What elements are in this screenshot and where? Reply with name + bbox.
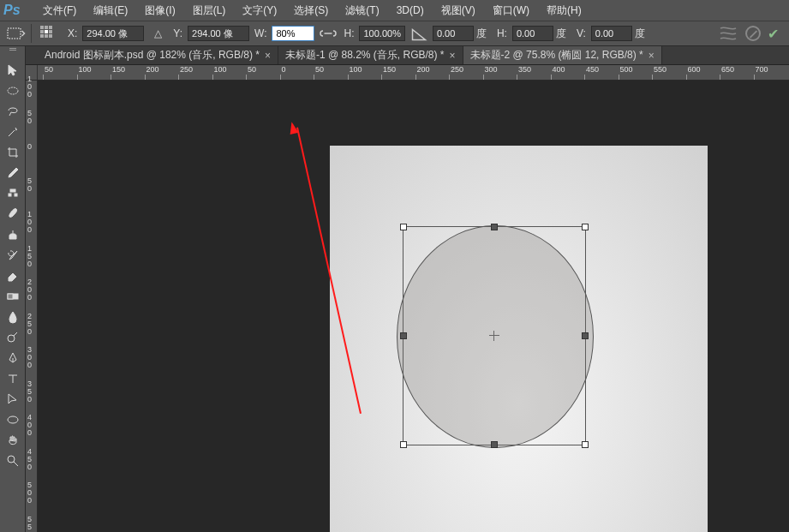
handle-bottom-middle[interactable] [491,441,498,448]
svg-point-1 [8,87,18,94]
angle-value-field[interactable]: 0.00 [433,26,474,41]
blur-tool[interactable] [2,307,24,327]
healing-brush-tool[interactable] [2,183,24,204]
svg-rect-3 [9,194,11,196]
close-icon[interactable]: × [265,50,271,62]
h-value-field[interactable]: 100.00% [359,26,404,41]
h2-unit: 度 [556,27,566,41]
svg-rect-4 [15,194,17,196]
link-icon[interactable] [318,25,338,42]
svg-point-9 [8,456,15,463]
marquee-tool[interactable] [2,81,24,101]
handle-bottom-left[interactable] [400,441,407,448]
h2-value-field[interactable]: 0.00 [512,26,553,41]
menu-edit[interactable]: 编辑(E) [85,1,136,21]
gradient-tool[interactable] [2,286,24,307]
commit-icon[interactable]: ✔ [768,26,779,42]
options-bar: X: 294.00 像 △ Y: 294.00 像 W: H: 100.00% … [0,21,789,46]
eyedropper-tool[interactable] [2,163,24,183]
handle-top-right[interactable] [582,224,589,230]
cancel-icon[interactable] [745,26,761,41]
menu-image[interactable]: 图像(I) [136,1,183,21]
svg-point-8 [8,416,18,423]
handle-middle-right[interactable] [582,332,589,339]
y-value-field[interactable]: 294.00 像 [188,26,249,41]
tab-label: 未标题-1 @ 88.2% (音乐, RGB/8) * [285,48,445,63]
menu-help[interactable]: 帮助(H) [538,1,590,21]
tab-label: Android 图标副本.psd @ 182% (音乐, RGB/8) * [45,48,260,63]
clone-stamp-tool[interactable] [2,224,24,245]
path-selection-tool[interactable] [2,389,24,409]
handle-top-middle[interactable] [491,224,498,230]
handle-middle-left[interactable] [400,332,407,339]
handle-top-left[interactable] [400,224,407,230]
transform-tool-icon[interactable] [5,25,26,42]
menu-text[interactable]: 文字(Y) [234,1,285,21]
v-value-field[interactable]: 0.00 [591,26,632,41]
handle-bottom-right[interactable] [582,441,589,448]
lasso-tool[interactable] [2,101,24,122]
w-value-field[interactable] [272,26,314,41]
delta-icon[interactable]: △ [147,25,168,42]
h-label: H: [344,27,354,39]
close-icon[interactable]: × [450,50,456,62]
menu-window[interactable]: 窗口(W) [484,1,538,21]
menu-filter[interactable]: 滤镜(T) [337,1,387,21]
w-label: W: [254,27,266,39]
tools-panel [0,46,26,532]
type-tool[interactable] [2,368,24,389]
svg-rect-2 [10,189,15,192]
menu-3d[interactable]: 3D(D) [388,2,433,19]
canvas-area[interactable] [38,81,789,532]
menu-bar: Ps 文件(F) 编辑(E) 图像(I) 图层(L) 文字(Y) 选择(S) 滤… [0,0,789,21]
x-label: X: [68,27,77,39]
document-tabs: Android 图标副本.psd @ 182% (音乐, RGB/8) * × … [0,46,789,65]
v-label: V: [577,27,586,39]
reference-point-marker[interactable] [489,331,499,341]
horizontal-ruler[interactable]: 5010015020025010050050100150200250300350… [26,65,789,81]
dodge-tool[interactable] [2,327,24,348]
magic-wand-tool[interactable] [2,122,24,142]
grip-icon[interactable] [9,48,16,57]
brush-tool[interactable] [2,204,24,224]
svg-rect-6 [8,294,13,299]
warp-icon[interactable] [718,25,738,42]
eraser-tool[interactable] [2,266,24,286]
menu-layer[interactable]: 图层(L) [184,1,235,21]
menu-file[interactable]: 文件(F) [34,1,85,21]
angle-icon [409,25,429,42]
h2-label: H: [497,27,507,39]
reference-point-grid[interactable] [40,26,59,41]
v-unit: 度 [635,27,645,41]
menu-view[interactable]: 视图(V) [433,1,484,21]
pen-tool[interactable] [2,348,24,368]
doc-tab-3[interactable]: 未标题-2 @ 75.8% (椭圆 12, RGB/8) * × [463,46,662,64]
y-label: Y: [173,27,182,39]
hand-tool[interactable] [2,430,24,451]
x-value-field[interactable]: 294.00 像 [82,26,144,41]
ps-logo: Ps [3,2,27,19]
document-canvas[interactable] [330,146,708,532]
vertical-ruler[interactable]: 10050050100150200250300350400450500550 [26,81,38,532]
crop-tool[interactable] [2,142,24,163]
angle-unit: 度 [476,27,487,41]
svg-rect-0 [8,28,21,39]
svg-point-7 [8,335,15,342]
menu-select[interactable]: 选择(S) [285,1,337,21]
doc-tab-2[interactable]: 未标题-1 @ 88.2% (音乐, RGB/8) * × [278,46,463,64]
doc-tab-1[interactable]: Android 图标副本.psd @ 182% (音乐, RGB/8) * × [38,46,278,64]
zoom-tool[interactable] [2,451,24,471]
close-icon[interactable]: × [649,50,655,62]
history-brush-tool[interactable] [2,245,24,266]
ellipse-shape-tool[interactable] [2,409,24,430]
move-tool[interactable] [2,60,24,81]
transform-bounding-box[interactable] [403,226,586,445]
tab-label: 未标题-2 @ 75.8% (椭圆 12, RGB/8) * [470,48,643,63]
